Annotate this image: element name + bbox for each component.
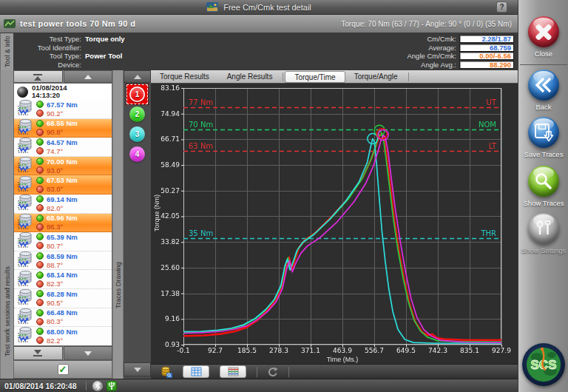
refresh-icon[interactable]: [266, 366, 278, 377]
measurement-icon: [16, 251, 34, 270]
info-field: Device:: [16, 61, 125, 70]
result-row[interactable]: 68.55 Nm 90.8°: [14, 119, 112, 138]
close-icon: [528, 16, 559, 47]
trace-chip-number: 2: [135, 110, 140, 118]
show-traces-button[interactable]: Show Traces: [518, 166, 568, 207]
help-button[interactable]: ?: [496, 1, 507, 13]
grid-icon: [191, 367, 202, 376]
traces-drawing-side-tab[interactable]: Traces Drawing: [112, 70, 124, 379]
chart-tab[interactable]: Angle Results: [218, 71, 282, 83]
torque-value: 70.00 Nm: [47, 158, 78, 166]
scroll-to-first-button[interactable]: [13, 70, 63, 83]
result-row[interactable]: 67.53 Nm 83.0°: [14, 175, 112, 195]
result-row[interactable]: 68.96 Nm 86.3°: [14, 214, 112, 233]
trace-selector-column: 1 2 3 4: [124, 70, 151, 379]
torque-status-indicator: [36, 271, 44, 279]
angle-status-indicator: [36, 280, 44, 288]
trace-chip-number: 1: [135, 90, 140, 98]
result-row[interactable]: 68.28 Nm 90.5°: [14, 289, 112, 308]
torque-status-indicator: [36, 120, 44, 127]
stat-value-box: 2.28/1.87: [459, 35, 514, 43]
torque-status-indicator: [36, 233, 44, 240]
results-table-button[interactable]: [220, 365, 246, 378]
result-row[interactable]: 68.00 Nm 82.2°: [14, 327, 112, 346]
torque-status-indicator: [36, 158, 44, 165]
trace-chip-circle: 2: [129, 107, 145, 122]
close-button[interactable]: Close: [518, 16, 568, 58]
result-row[interactable]: 68.59 Nm 88.7°: [14, 251, 112, 271]
stat-label: Cm/Cmk:: [427, 35, 456, 43]
scroll-up-button[interactable]: [64, 70, 113, 83]
result-row[interactable]: 69.14 Nm 82.0°: [14, 195, 112, 214]
chart-tab[interactable]: Torque/Time: [285, 71, 345, 83]
test-icon: [4, 18, 16, 29]
angle-value: 90.5°: [47, 299, 63, 307]
result-row[interactable]: 64.57 Nm 74.7°: [14, 138, 112, 157]
angle-value: 80.7°: [47, 242, 63, 250]
result-row[interactable]: 70.00 Nm 93.0°: [14, 157, 112, 176]
angle-status-indicator: [36, 261, 44, 268]
show-traces-icon: [528, 166, 559, 197]
torque-value: 64.57 Nm: [47, 138, 78, 146]
torque-time-chart-area: Torque (Nm) Time (Ms.): [151, 84, 518, 364]
tool-info-side-tab[interactable]: Tool & Info: [0, 33, 13, 70]
stat-row: Angle Cm/Cmk: 0.00/-6.56: [407, 52, 514, 61]
results-list: 01/08/2014 14:13:20 67.57 Nm 90.2°: [13, 83, 112, 346]
trace-chip[interactable]: 3: [126, 124, 148, 144]
torque-value: 65.39 Nm: [47, 233, 78, 241]
trace-chip[interactable]: 2: [126, 104, 148, 124]
angle-status-indicator: [36, 186, 44, 193]
scroll-down-button[interactable]: [64, 346, 113, 360]
trace-chips: 1 2 3 4: [124, 84, 151, 164]
database-search-icon[interactable]: [160, 366, 172, 378]
stat-value: 0.00/-6.56: [479, 52, 513, 60]
info-field: Test Type: Torque only: [16, 35, 125, 44]
window-icon: [206, 2, 218, 12]
tab-separator: [408, 72, 409, 81]
angle-value: 90.2°: [47, 109, 63, 118]
result-row[interactable]: 68.14 Nm 82.3°: [14, 270, 112, 289]
trace-chip[interactable]: 1: [126, 84, 148, 104]
result-row[interactable]: 66.48 Nm 80.3°: [14, 308, 112, 328]
angle-value: 82.2°: [47, 337, 63, 345]
show-settings-button[interactable]: Show Settings: [518, 213, 568, 254]
torque-status-indicator: [36, 138, 44, 146]
back-button[interactable]: Back: [518, 70, 568, 111]
torque-value: 67.57 Nm: [47, 101, 78, 109]
save-traces-button[interactable]: Save Traces: [518, 117, 568, 158]
angle-value: 93.0°: [47, 166, 63, 175]
session-header-row[interactable]: 01/08/2014 14:13:20: [14, 84, 112, 100]
toolbar-divider: [288, 367, 289, 377]
angle-status-indicator: [36, 242, 44, 249]
stat-value: 88.290: [490, 61, 513, 69]
grid-view-button[interactable]: [183, 365, 209, 378]
trace-chip-number: 3: [135, 130, 140, 138]
torque-value: 69.14 Nm: [47, 195, 78, 203]
chart-tab[interactable]: Torque Results: [151, 71, 218, 83]
scroll-to-last-button[interactable]: [13, 346, 63, 360]
chips-scroll-down-button[interactable]: [124, 362, 151, 376]
torque-status-indicator: [36, 290, 44, 297]
chart-tab[interactable]: Torque/Angle: [345, 71, 407, 83]
toolbar-divider: [257, 367, 257, 377]
torque-value: 66.48 Nm: [47, 308, 78, 317]
result-row[interactable]: 65.39 Nm 80.7°: [14, 232, 112, 251]
result-row[interactable]: 67.57 Nm 90.2°: [14, 100, 112, 119]
show-results-checkbox[interactable]: ✓: [58, 364, 69, 375]
angle-status-indicator: [36, 204, 44, 212]
chart-panel: Torque ResultsAngle ResultsTorque/TimeTo…: [151, 70, 518, 379]
torque-time-chart[interactable]: [151, 84, 518, 364]
stat-value-box: 68.759: [459, 44, 514, 52]
sessions-side-tab[interactable]: Test work sessions and results: [0, 70, 13, 379]
angle-value: 88.7°: [47, 261, 63, 269]
angle-value: 80.3°: [47, 317, 63, 325]
chips-scroll-up-button[interactable]: [124, 70, 151, 83]
angle-status-indicator: [36, 129, 44, 136]
free-cm-cmk-test-detail-window: Free Cm/Cmk test detail ? test power too…: [0, 0, 568, 392]
torque-status-indicator: [36, 309, 44, 317]
torque-status-indicator: [36, 214, 44, 222]
x-axis-label: Time (Ms.): [183, 356, 501, 363]
measurement-icon: [16, 213, 34, 232]
measurement-icon: [16, 137, 34, 156]
trace-chip[interactable]: 4: [126, 144, 148, 164]
